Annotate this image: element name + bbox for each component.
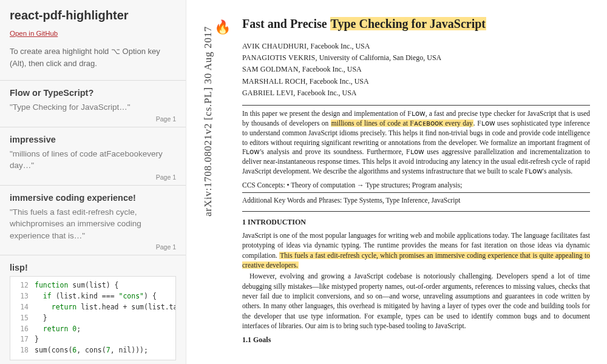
rule [242,105,590,106]
arxiv-watermark: arXiv:1708.08021v2 [cs.PL] 30 Aug 2017 [202,26,214,217]
highlight-title: impressive [10,135,176,144]
highlight-title: lisp! [10,263,176,272]
instructions-text: To create area highlight hold ⌥ Option k… [10,46,176,69]
section-heading: 1 INTRODUCTION [242,218,590,227]
highlight-title: Flow or TypeScript? [10,88,176,98]
highlight-title: immersive coding experience! [10,193,176,203]
keywords: Additional Key Words and Phrases: Type S… [242,197,590,204]
highlight-item[interactable]: impressive "millions of lines of code at… [0,127,186,185]
abstract: In this paper we present the design and … [242,109,590,177]
highlight-mark[interactable]: millions of lines of code at Fᴀᴄᴇʙᴏᴏᴋ ev… [331,120,473,127]
highlight-mark[interactable]: Type Checking for JavaScript [330,17,486,30]
rule [242,192,590,193]
code-snippet: 12function sum(list) {13 if (list.kind =… [10,276,176,360]
highlight-page-label: Page 1 [156,174,176,181]
highlight-excerpt: "millions of lines of code atFacebookeve… [10,148,176,172]
body-paragraph: However, evolving and growing a JavaScri… [242,271,590,331]
highlight-item[interactable]: immersive coding experience! "This fuels… [0,185,186,255]
title-prefix: Fast and Precise [242,17,330,30]
app-title: react-pdf-highlighter [10,8,176,22]
highlight-excerpt: "This fuels a fast edit-refresh cycle, w… [10,206,176,242]
highlight-excerpt: "Type Checking for JavaScript…" [10,101,176,113]
paper-content: Fast and Precise Type Checking for JavaS… [242,17,590,345]
rule [242,211,590,212]
section-heading: 1.1 Goals [242,335,590,345]
fire-icon: 🔥 [214,19,231,35]
open-github-link[interactable]: Open in GitHub [10,30,58,37]
highlight-item[interactable]: Flow or TypeScript? "Type Checking for J… [0,80,186,127]
highlight-page-label: Page 1 [156,115,176,123]
paper-title: Fast and Precise Type Checking for JavaS… [242,17,590,31]
highlight-mark[interactable]: This fuels a fast edit-refresh cycle, wh… [242,252,590,269]
body-paragraph: JavaScript is one of the most popular la… [242,231,590,270]
author-list: AVIK CHAUDHURI, Facebook Inc., USA PANAG… [242,41,590,99]
ccs-concepts: CCS Concepts: • Theory of computation → … [242,181,590,189]
pdf-viewer[interactable]: 🔥 arXiv:1708.08021v2 [cs.PL] 30 Aug 2017… [186,0,607,364]
sidebar[interactable]: react-pdf-highlighter Open in GitHub To … [0,0,186,364]
highlight-item[interactable]: lisp! 12function sum(list) {13 if (list.… [0,255,186,364]
highlight-page-label: Page 1 [156,243,176,251]
